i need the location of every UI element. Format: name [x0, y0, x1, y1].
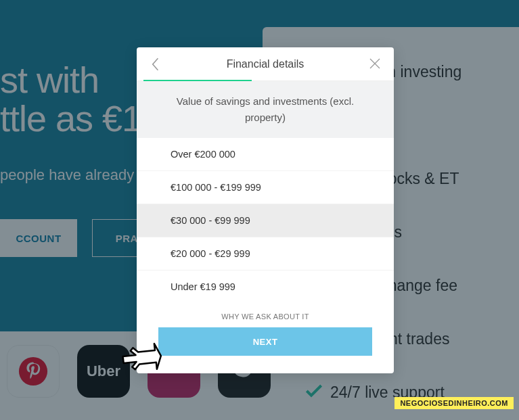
option-0[interactable]: Over €200 000 [137, 138, 394, 171]
option-2[interactable]: €30 000 - €99 999 [137, 204, 394, 237]
option-label: €20 000 - €29 999 [171, 248, 250, 259]
modal-title: Financial details [227, 58, 304, 70]
option-3[interactable]: €20 000 - €29 999 [137, 237, 394, 271]
option-label: Under €19 999 [171, 281, 235, 292]
modal-question: Value of savings and investments (excl. … [137, 81, 394, 138]
why-we-ask-link[interactable]: WHY WE ASK ABOUT IT [137, 303, 394, 327]
option-label: Over €200 000 [171, 149, 235, 160]
financial-details-modal: Financial details Value of savings and i… [137, 47, 394, 373]
options-list: Over €200 000 €100 000 - €199 999 €30 00… [137, 138, 394, 303]
why-label: WHY WE ASK ABOUT IT [221, 312, 309, 321]
next-label: NEXT [253, 337, 278, 347]
modal-header: Financial details [137, 47, 394, 81]
option-label: €100 000 - €199 999 [171, 182, 261, 193]
watermark: NEGOCIOSEDINHEIRO.COM [394, 397, 514, 409]
progress-bar [143, 80, 252, 81]
close-icon[interactable] [368, 57, 382, 73]
next-button[interactable]: NEXT [158, 327, 372, 356]
option-1[interactable]: €100 000 - €199 999 [137, 171, 394, 204]
option-label: €30 000 - €99 999 [171, 215, 250, 226]
option-4[interactable]: Under €19 999 [137, 271, 394, 303]
back-icon[interactable] [149, 57, 161, 74]
